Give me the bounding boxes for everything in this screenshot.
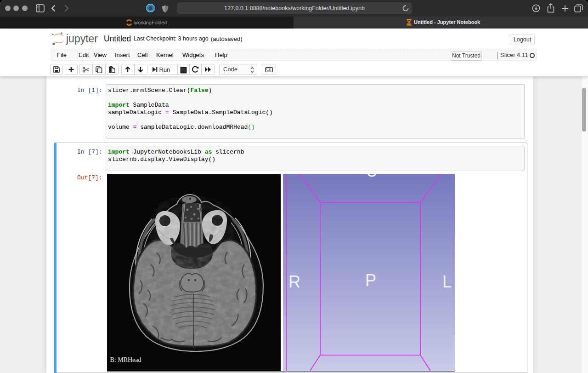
svg-text:R: R — [288, 272, 300, 291]
svg-text:L: L — [442, 272, 452, 291]
svg-text:B: MRHead: B: MRHead — [110, 356, 141, 363]
svg-text:P: P — [365, 271, 376, 290]
